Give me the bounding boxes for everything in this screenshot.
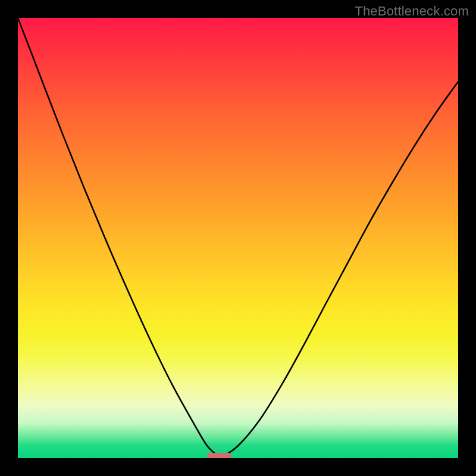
chart-curve (18, 18, 458, 458)
chart-min-marker (207, 453, 231, 458)
chart-curve-path (18, 18, 458, 458)
watermark-text: TheBottleneck.com (355, 4, 469, 19)
chart-frame: TheBottleneck.com (0, 0, 476, 476)
chart-plot-area (18, 18, 458, 458)
